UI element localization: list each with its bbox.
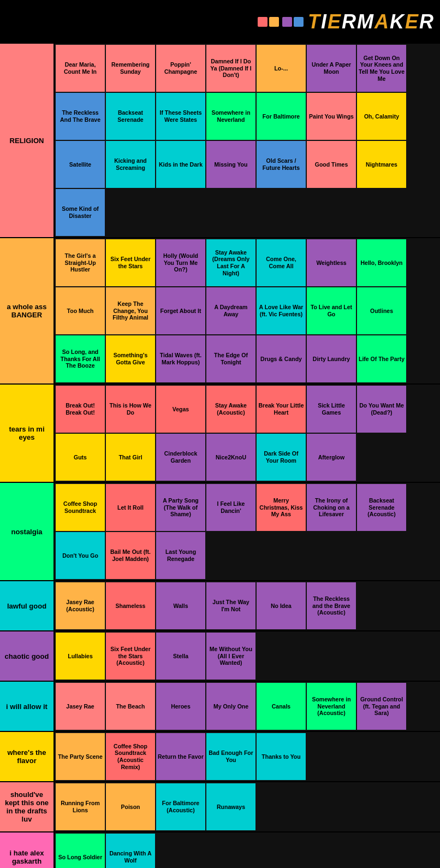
tier-item[interactable]: Paint You Wings [307,93,356,140]
tier-item[interactable]: Do You Want Me (Dead?) [357,386,406,433]
tier-item[interactable]: Running From Lions [56,783,105,830]
tier-item[interactable]: That Girl [106,434,155,481]
tier-item[interactable]: A Party Song (The Walk of Shame) [156,484,205,531]
tier-label-whole-ass-banger: a whole ass BANGER [0,238,55,383]
tier-item[interactable]: Damned If I Do Ya (Damned If I Don't) [206,45,255,92]
tier-item[interactable]: The Reckless and the Brave (Acoustic) [307,582,356,629]
tier-item[interactable]: Holly (Would You Turn Me On?) [156,239,205,286]
tier-item[interactable]: Walls [156,582,205,629]
tier-item[interactable]: A Love Like War (ft. Vic Fuentes) [257,287,306,334]
tier-item[interactable]: Lullabies [56,633,105,680]
tier-item[interactable]: Just The Way I'm Not [206,582,255,629]
tier-item[interactable]: Sick Little Games [307,386,356,433]
tier-item[interactable]: Too Much [56,287,105,334]
tier-item[interactable]: For Baltimore [257,93,306,140]
tier-item[interactable]: Dear Maria, Count Me In [56,45,105,92]
tier-item[interactable]: Six Feet Under the Stars [106,239,155,286]
tier-item[interactable]: Kicking and Screaming [106,141,155,188]
tier-item[interactable]: Come One, Come All [257,239,306,286]
tier-item[interactable]: Something's Gotta Give [106,335,155,382]
tier-item[interactable]: Drugs & Candy [257,335,306,382]
tier-item[interactable]: Stella [156,633,205,680]
tier-item[interactable]: Oh, Calamity [357,93,406,140]
tier-item[interactable]: Let It Roll [106,484,155,531]
tier-item[interactable]: Backseat Serenade (Acoustic) [357,484,406,531]
tier-item[interactable]: Poppin' Champagne [156,45,205,92]
tier-row-nostalgia: nostalgiaCoffee Shop SoundtrackLet It Ro… [0,483,440,581]
tier-item[interactable]: Afterglow [307,434,356,481]
tier-item[interactable]: Bail Me Out (ft. Joel Madden) [106,532,155,579]
tier-item[interactable]: Merry Christmas, Kiss My Ass [257,484,306,531]
tier-item[interactable]: Get Down On Your Knees and Tell Me You L… [357,45,406,92]
tier-item[interactable]: Forget About It [156,287,205,334]
tier-item[interactable]: Shameless [106,582,155,629]
tier-item[interactable]: The Party Scene [56,733,105,780]
tier-item[interactable]: Outlines [357,287,406,334]
tier-item[interactable]: Hello, Brooklyn [357,239,406,286]
tier-item[interactable]: The Reckless And The Brave [56,93,105,140]
tier-label-shouldve-kept-in-drafts: should've kept this one in the drafts lu… [0,782,55,831]
tier-item[interactable]: Remembering Sunday [106,45,155,92]
tier-item[interactable]: Cinderblock Garden [156,434,205,481]
tier-item[interactable]: Some Kind of Disaster [56,189,105,236]
tier-item[interactable]: Me Without You (All I Ever Wanted) [206,633,255,680]
tier-item[interactable]: Somewhere in Neverland (Acoustic) [307,683,356,730]
tier-item[interactable]: The Edge Of Tonight [206,335,255,382]
tier-item[interactable]: My Only One [206,683,255,730]
tier-item[interactable]: Bad Enough For You [206,733,255,780]
tier-item[interactable]: Somewhere in Neverland [206,93,255,140]
tier-item[interactable]: The Irony of Choking on a Lifesaver [307,484,356,531]
tier-item[interactable]: Six Feet Under the Stars (Acoustic) [106,633,155,680]
tiermaker-logo: TiERMaKeR [308,10,435,33]
tier-item[interactable]: No Idea [257,582,306,629]
tier-item[interactable]: Return the Favor [156,733,205,780]
tier-item[interactable]: So Long, and Thanks For All The Booze [56,335,105,382]
tier-item[interactable]: Dirty Laundry [307,335,356,382]
tier-item[interactable]: Nice2KnoU [206,434,255,481]
tier-item[interactable]: Good Times [307,141,356,188]
tier-item[interactable]: Vegas [156,386,205,433]
tier-item[interactable]: If These Sheets Were States [156,93,205,140]
tier-item[interactable]: Weightless [307,239,356,286]
tier-item[interactable]: So Long Soldier [56,834,105,868]
tier-item[interactable]: Kids in the Dark [156,141,205,188]
tier-item[interactable]: Don't You Go [56,532,105,579]
tier-item[interactable]: Jasey Rae [56,683,105,730]
tier-item[interactable]: Heroes [156,683,205,730]
tier-item[interactable]: Satellite [56,141,105,188]
tier-item[interactable]: Tidal Waves (ft. Mark Hoppus) [156,335,205,382]
tier-item[interactable]: Guts [56,434,105,481]
tier-item[interactable]: Coffee Shop Soundtrack (Acoustic Remix) [106,733,155,780]
tier-item[interactable]: I Feel Like Dancin' [206,484,255,531]
tier-item[interactable]: Lo-... [257,45,306,92]
tier-item[interactable]: A Daydream Away [206,287,255,334]
tier-item[interactable]: Backseat Serenade [106,93,155,140]
tier-item[interactable]: Old Scars / Future Hearts [257,141,306,188]
tier-item[interactable]: Runaways [206,783,255,830]
tier-item[interactable]: Nightmares [357,141,406,188]
tier-item[interactable]: Missing You [206,141,255,188]
header-row: TiERMaKeR [0,0,440,44]
tier-item[interactable]: Jasey Rae (Acoustic) [56,582,105,629]
tier-item[interactable]: Thanks to You [257,733,306,780]
tier-item[interactable]: Stay Awake (Dreams Only Last For A Night… [206,239,255,286]
tier-item[interactable]: Keep The Change, You Filthy Animal [106,287,155,334]
logo-icons [258,17,304,27]
tier-item[interactable]: Life Of The Party [357,335,406,382]
tier-item[interactable]: To Live and Let Go [307,287,356,334]
tier-item[interactable]: The Girl's a Straight-Up Hustler [56,239,105,286]
tier-item[interactable]: Break Out! Break Out! [56,386,105,433]
tier-item[interactable]: The Beach [106,683,155,730]
tier-item[interactable]: Dark Side Of Your Room [257,434,306,481]
tier-item[interactable]: Stay Awake (Acoustic) [206,386,255,433]
tier-item[interactable]: Under A Paper Moon [307,45,356,92]
tier-item[interactable]: Dancing With A Wolf [106,834,155,868]
tier-item[interactable]: Last Young Renegade [156,532,205,579]
tier-item[interactable]: Canals [257,683,306,730]
tier-item[interactable]: This is How We Do [106,386,155,433]
tier-item[interactable]: Coffee Shop Soundtrack [56,484,105,531]
tier-item[interactable]: Poison [106,783,155,830]
tier-item[interactable]: Break Your Little Heart [257,386,306,433]
tier-item[interactable]: Ground Control (ft. Tegan and Sara) [357,683,406,730]
tier-item[interactable]: For Baltimore (Acoustic) [156,783,205,830]
